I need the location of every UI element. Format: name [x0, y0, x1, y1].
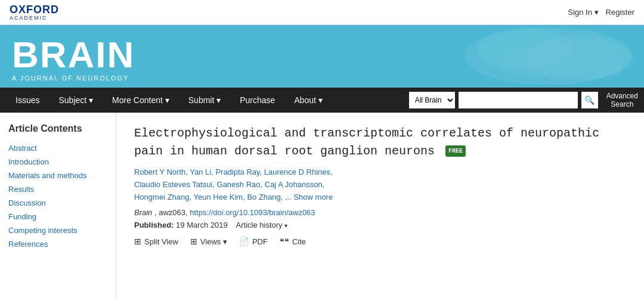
nav-subject[interactable]: Subject ▾ — [49, 88, 103, 113]
citation-code: , awz063, — [154, 208, 188, 217]
nav-purchase[interactable]: Purchase — [230, 88, 284, 113]
author-yan[interactable]: Yan Li — [190, 167, 211, 176]
brain-title: BRAIN — [12, 36, 135, 73]
nav-bar: Issues Subject ▾ More Content ▾ Submit ▾… — [0, 88, 644, 113]
views-label: Views ▾ — [200, 237, 227, 246]
article-area: Electrophysiological and transcriptomic … — [116, 113, 644, 298]
sidebar-item-funding[interactable]: Funding — [8, 210, 107, 224]
article-history-text: Article history — [236, 221, 283, 229]
author-laurence[interactable]: Laurence D Rhines — [264, 167, 330, 176]
article-title: Electrophysiological and transcriptomic … — [134, 125, 626, 160]
top-bar: OXFORD ACADEMIC Sign In ▾ Register — [0, 0, 644, 25]
sidebar-item-discussion[interactable]: Discussion — [8, 196, 107, 210]
nav-issues[interactable]: Issues — [6, 88, 49, 113]
authors: Robert Y North, Yan Li, Pradipta Ray, La… — [134, 166, 626, 203]
author-claudio[interactable]: Claudio Esteves Tatsui — [134, 180, 212, 189]
brain-decor-svg — [453, 25, 644, 88]
sidebar-item-materials[interactable]: Materials and methods — [8, 169, 107, 182]
published-label: Published: — [134, 221, 174, 229]
nav-search: All Brain 🔍 AdvancedSearch — [409, 92, 638, 109]
sidebar-item-abstract[interactable]: Abstract — [8, 141, 107, 155]
signin-link[interactable]: Sign In ▾ — [568, 8, 598, 17]
citation-line: Brain , awz063, https://doi.org/10.1093/… — [134, 208, 626, 217]
advanced-search-button[interactable]: AdvancedSearch — [602, 92, 638, 109]
doi-link[interactable]: https://doi.org/10.1093/brain/awz063 — [190, 208, 315, 217]
search-input[interactable] — [459, 92, 578, 108]
sidebar-item-results[interactable]: Results — [8, 182, 107, 196]
brain-title-block: BRAIN A JOURNAL OF NEUROLOGY — [12, 36, 135, 82]
cite-button[interactable]: ❝❝ Cite — [280, 237, 306, 246]
sidebar-title: Article Contents — [8, 123, 107, 134]
nav-about[interactable]: About ▾ — [284, 88, 332, 113]
top-right-links: Sign In ▾ Register — [568, 8, 634, 17]
main-content: Article Contents Abstract Introduction M… — [0, 113, 644, 298]
sidebar-item-competing[interactable]: Competing interests — [8, 224, 107, 237]
author-bo[interactable]: Bo Zhang — [247, 193, 280, 201]
author-yeun[interactable]: Yeun Hee Kim — [194, 193, 243, 201]
search-scope-select[interactable]: All Brain — [409, 92, 455, 108]
article-history-caret: ▾ — [284, 222, 287, 229]
register-link[interactable]: Register — [606, 8, 634, 17]
sidebar-item-introduction[interactable]: Introduction — [8, 155, 107, 169]
brain-banner: BRAIN A JOURNAL OF NEUROLOGY — [0, 25, 644, 88]
pdf-icon: 📄 — [239, 237, 249, 246]
free-badge: FREE — [445, 145, 466, 157]
published-date: 19 March 2019 — [176, 221, 228, 229]
pdf-label: PDF — [252, 237, 268, 246]
brain-subtitle: A JOURNAL OF NEUROLOGY — [12, 74, 135, 82]
views-icon: ⊞ — [190, 237, 197, 246]
nav-submit[interactable]: Submit ▾ — [179, 88, 230, 113]
journal-name: Brain — [134, 208, 152, 217]
action-buttons: ⊞ Split View ⊞ Views ▾ 📄 PDF ❝❝ Cite — [134, 237, 626, 246]
cite-icon: ❝❝ — [280, 237, 289, 246]
sidebar: Article Contents Abstract Introduction M… — [0, 113, 116, 298]
author-hongmei[interactable]: Hongmei Zhang — [134, 193, 190, 201]
show-more-link[interactable]: Show more — [293, 193, 333, 201]
author-ganesh[interactable]: Ganesh Rao — [217, 180, 261, 189]
split-view-icon: ⊞ — [134, 237, 141, 246]
search-button[interactable]: 🔍 — [581, 92, 598, 108]
article-title-text: Electrophysiological and transcriptomic … — [134, 126, 599, 158]
article-history-link[interactable]: Article history ▾ — [236, 221, 288, 229]
split-view-button[interactable]: ⊞ Split View — [134, 237, 178, 246]
author-pradipta[interactable]: Pradipta Ray — [215, 167, 259, 176]
nav-more-content[interactable]: More Content ▾ — [103, 88, 179, 113]
author-robert[interactable]: Robert Y North — [134, 167, 185, 176]
academic-text: ACADEMIC — [10, 15, 48, 21]
cite-label: Cite — [292, 237, 306, 246]
views-button[interactable]: ⊞ Views ▾ — [190, 237, 227, 246]
pdf-button[interactable]: 📄 PDF — [239, 237, 268, 246]
sidebar-item-references[interactable]: References — [8, 237, 107, 251]
oxford-logo: OXFORD ACADEMIC — [10, 4, 59, 21]
pub-line: Published: 19 March 2019 Article history… — [134, 221, 626, 229]
oxford-text: OXFORD — [10, 4, 59, 16]
author-caj[interactable]: Caj A Johansson — [265, 180, 323, 189]
split-view-label: Split View — [144, 237, 178, 246]
